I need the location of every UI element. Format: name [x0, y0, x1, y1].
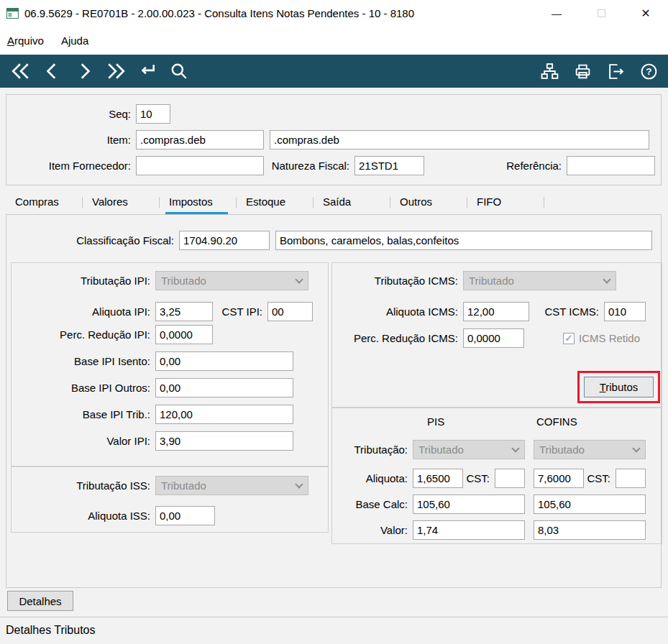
pis-valor-input[interactable] — [413, 520, 525, 540]
base-ipi-trib-label: Base IPI Trib.: — [12, 408, 155, 420]
base-ipi-isento-input[interactable] — [155, 351, 293, 371]
pis-aliquota-input[interactable] — [413, 469, 463, 488]
classificacao-fiscal-label: Classificação Fiscal: — [6, 234, 179, 247]
item-label: Item: — [6, 134, 136, 146]
classificacao-desc-input[interactable] — [275, 231, 652, 250]
impostos-tab-content: Classificação Fiscal: Tributação IPI: Tr… — [6, 214, 662, 588]
prev-record-icon[interactable] — [42, 60, 63, 82]
exit-icon[interactable] — [605, 60, 626, 82]
tributacao-iss-dropdown: Tributado — [155, 476, 308, 495]
close-icon: ✕ — [641, 6, 650, 20]
cofins-valor-input[interactable] — [534, 520, 646, 540]
tab-outros[interactable]: Outros — [390, 191, 467, 214]
toolbar-action-group: ? — [539, 60, 668, 82]
tab-valores[interactable]: Valores — [83, 191, 160, 214]
tab-impostos[interactable]: Impostos — [160, 191, 237, 214]
valor-ipi-label: Valor IPI: — [12, 435, 155, 447]
menu-bar: Arquivo Ajuda — [0, 27, 668, 55]
tributacao-ipi-label: Tributação IPI: — [12, 275, 155, 287]
minimize-button[interactable]: — — [534, 0, 579, 27]
hierarchy-icon[interactable] — [539, 60, 560, 82]
aliquota-ipi-label: Aliquota IPI: — [12, 305, 155, 318]
cofins-aliquota-input[interactable] — [534, 469, 584, 488]
perc-reducao-ipi-input[interactable] — [155, 325, 213, 344]
base-ipi-isento-label: Base IPI Isento: — [12, 355, 155, 367]
chevron-down-icon — [511, 444, 519, 452]
base-ipi-trib-input[interactable] — [155, 405, 293, 424]
status-text: Detalhes Tributos — [6, 624, 96, 636]
menu-arquivo-key: A — [7, 34, 14, 47]
icms-retido-checkbox: ✓ — [563, 333, 575, 344]
item-row: Item: — [6, 130, 661, 150]
go-to-icon[interactable] — [137, 60, 158, 82]
aliquota-label: Aliquota: — [332, 472, 413, 484]
cst-icms-label: CST ICMS: — [529, 305, 604, 318]
maximize-icon — [598, 9, 605, 17]
tab-saida[interactable]: Saída — [314, 191, 390, 214]
aliquota-iss-label: Aliquota ISS: — [12, 510, 155, 522]
next-record-icon[interactable] — [73, 60, 95, 82]
pis-cst-label: CST: — [463, 472, 495, 484]
item-desc-input[interactable] — [270, 130, 649, 150]
first-record-icon[interactable] — [10, 60, 32, 82]
cofins-header: COFINS — [536, 415, 577, 428]
base-ipi-outros-label: Base IPI Outros: — [12, 382, 155, 394]
tab-compras[interactable]: Compras — [6, 191, 83, 214]
base-calc-label: Base Calc: — [332, 498, 413, 510]
svg-text:?: ? — [646, 66, 651, 77]
pis-base-input[interactable] — [413, 494, 525, 514]
aliquota-ipi-input[interactable] — [155, 302, 213, 321]
record-header-box: Seq: Item: Item Fornecedor: Natureza Fis… — [6, 94, 662, 185]
title-bar: 06.9.5629 - RE0701B - 2.00.00.023 - Cons… — [0, 0, 668, 27]
pis-header: PIS — [427, 415, 444, 428]
seq-input[interactable] — [136, 104, 170, 124]
toolbar-nav-group — [0, 60, 190, 82]
close-button[interactable]: ✕ — [623, 0, 668, 27]
cst-icms-input[interactable] — [604, 302, 646, 321]
aliquota-iss-input[interactable] — [155, 506, 215, 525]
referencia-input[interactable] — [567, 156, 655, 175]
detalhes-button[interactable]: Detalhes — [7, 591, 73, 611]
cofins-base-input[interactable] — [534, 494, 646, 514]
toolbar: ? — [0, 55, 668, 88]
cst-ipi-input[interactable] — [267, 302, 313, 321]
tab-estoque[interactable]: Estoque — [237, 191, 314, 214]
natureza-fiscal-label: Natureza Fiscal: — [264, 160, 354, 172]
pis-cst-input[interactable] — [495, 469, 525, 488]
menu-arquivo[interactable]: Arquivo — [0, 27, 52, 55]
tributacao-icms-label: Tributação ICMS: — [332, 275, 463, 287]
menu-arquivo-rest: rquivo — [14, 34, 44, 47]
item-code-input[interactable] — [136, 130, 264, 150]
last-record-icon[interactable] — [105, 60, 127, 82]
tributos-button[interactable]: Tributos — [584, 377, 654, 397]
perc-reducao-icms-input[interactable] — [463, 328, 524, 348]
tributacao-iss-label: Tributação ISS: — [12, 479, 155, 492]
base-ipi-outros-input[interactable] — [155, 378, 293, 397]
icms-retido-checkbox-wrap: ✓ ICMS Retido — [563, 332, 640, 344]
classificacao-row: Classificação Fiscal: — [6, 231, 661, 250]
tributacao-icms-dropdown: Tributado — [463, 271, 616, 290]
valor-ipi-input[interactable] — [155, 431, 293, 451]
maximize-button[interactable] — [579, 0, 623, 27]
help-icon[interactable]: ? — [638, 60, 659, 82]
chevron-down-icon — [632, 444, 640, 452]
tab-fifo[interactable]: FIFO — [467, 191, 544, 214]
natureza-fiscal-input[interactable] — [354, 156, 424, 175]
tab-strip: Compras Valores Impostos Estoque Saída O… — [6, 191, 662, 214]
aliquota-icms-input[interactable] — [463, 302, 529, 321]
search-icon[interactable] — [168, 60, 190, 82]
minimize-icon: — — [552, 8, 562, 19]
perc-reducao-icms-label: Perc. Redução ICMS: — [332, 332, 463, 344]
ipi-panel: Tributação IPI: Tributado Aliquota IPI: … — [11, 262, 329, 466]
menu-ajuda[interactable]: Ajuda — [52, 27, 97, 55]
app-icon — [6, 8, 19, 19]
tab-separator — [544, 197, 544, 208]
valor-label: Valor: — [332, 524, 413, 536]
item-fornecedor-input[interactable] — [136, 156, 264, 175]
chevron-down-icon — [295, 480, 303, 488]
classificacao-fiscal-input[interactable] — [179, 231, 270, 250]
status-bar: Detalhes Tributos — [0, 617, 668, 644]
cofins-cst-input[interactable] — [616, 469, 646, 488]
icms-retido-label: ICMS Retido — [579, 332, 640, 344]
print-icon[interactable] — [572, 60, 593, 82]
